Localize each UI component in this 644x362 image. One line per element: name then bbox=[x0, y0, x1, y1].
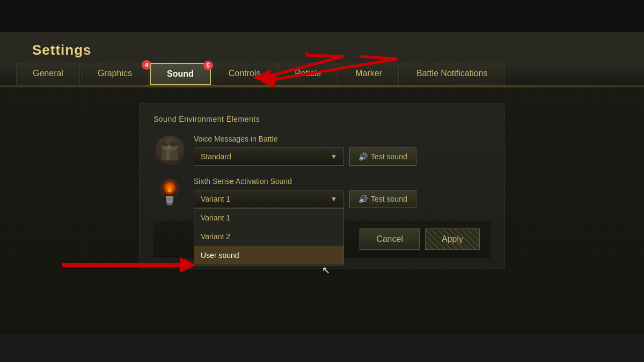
svg-rect-16 bbox=[166, 198, 173, 201]
bulb-icon-area bbox=[153, 177, 186, 209]
voice-messages-section: Voice Messages in Battle Standard ▼ 🔊 Te… bbox=[194, 135, 491, 166]
tab-sound[interactable]: Sound 5 bbox=[150, 63, 211, 85]
svg-rect-9 bbox=[170, 151, 178, 160]
voice-messages-row: Voice Messages in Battle Standard ▼ 🔊 Te… bbox=[153, 134, 491, 166]
settings-container: Settings General Graphics 4 Sound 5 Cont… bbox=[0, 32, 644, 334]
sixth-sense-controls-row: Variant 1 ▼ Variant 1 Variant 2 bbox=[194, 190, 491, 208]
top-bar bbox=[0, 0, 644, 32]
svg-rect-18 bbox=[167, 203, 172, 205]
sixth-sense-dropdown[interactable]: Variant 1 ▼ bbox=[194, 190, 344, 208]
sixth-sense-dropdown-arrow-icon: ▼ bbox=[331, 195, 337, 203]
tab-marker[interactable]: Marker bbox=[339, 63, 399, 85]
tab-general[interactable]: General bbox=[16, 63, 80, 85]
dropdown-arrow-icon: ▼ bbox=[331, 153, 337, 160]
sixth-sense-row: Sixth Sense Activation Sound Variant 1 ▼ bbox=[153, 177, 491, 209]
soldiers-icon bbox=[155, 136, 185, 165]
tab-battle-notifications[interactable]: Battle Notifications bbox=[400, 63, 504, 85]
tab-reticle[interactable]: Reticle bbox=[278, 63, 338, 85]
svg-rect-15 bbox=[166, 196, 173, 198]
tab-controls[interactable]: Controls bbox=[212, 63, 277, 85]
sixth-sense-dropdown-wrapper: Variant 1 ▼ Variant 1 Variant 2 bbox=[194, 190, 344, 208]
sixth-sense-test-sound-button[interactable]: 🔊 Test sound bbox=[349, 190, 416, 208]
voice-messages-label: Voice Messages in Battle bbox=[194, 135, 491, 143]
option-variant1[interactable]: Variant 1 bbox=[194, 209, 343, 227]
option-variant2[interactable]: Variant 2 bbox=[194, 227, 343, 246]
app-container: Settings General Graphics 4 Sound 5 Cont… bbox=[0, 0, 644, 334]
sixth-sense-dropdown-options: Variant 1 Variant 2 User sound bbox=[194, 208, 344, 265]
content-area: Sound Environment Elements bbox=[0, 87, 644, 334]
svg-rect-17 bbox=[166, 201, 173, 203]
tab-graphics[interactable]: Graphics 4 bbox=[81, 63, 149, 85]
speaker-icon: 🔊 bbox=[358, 152, 368, 161]
voice-messages-dropdown[interactable]: Standard ▼ bbox=[194, 147, 344, 166]
voice-controls-row: Standard ▼ 🔊 Test sound bbox=[194, 147, 491, 166]
panel-title: Sound Environment Elements bbox=[153, 115, 491, 123]
sound-badge: 5 bbox=[203, 61, 213, 70]
apply-button[interactable]: Apply bbox=[425, 228, 480, 250]
soldiers-icon-area bbox=[153, 134, 186, 166]
cancel-button[interactable]: Cancel bbox=[360, 228, 420, 250]
option-user-sound[interactable]: User sound bbox=[194, 246, 343, 265]
tabs-bar: General Graphics 4 Sound 5 Controls Reti… bbox=[0, 63, 644, 85]
sound-panel: Sound Environment Elements bbox=[140, 104, 504, 269]
sixth-speaker-icon: 🔊 bbox=[358, 195, 368, 203]
settings-title: Settings bbox=[0, 38, 644, 63]
bulb-icon bbox=[158, 179, 182, 208]
sixth-sense-label: Sixth Sense Activation Sound bbox=[194, 177, 491, 186]
svg-point-12 bbox=[170, 141, 178, 146]
voice-test-sound-button[interactable]: 🔊 Test sound bbox=[349, 147, 416, 166]
sixth-sense-section: Sixth Sense Activation Sound Variant 1 ▼ bbox=[194, 177, 491, 208]
